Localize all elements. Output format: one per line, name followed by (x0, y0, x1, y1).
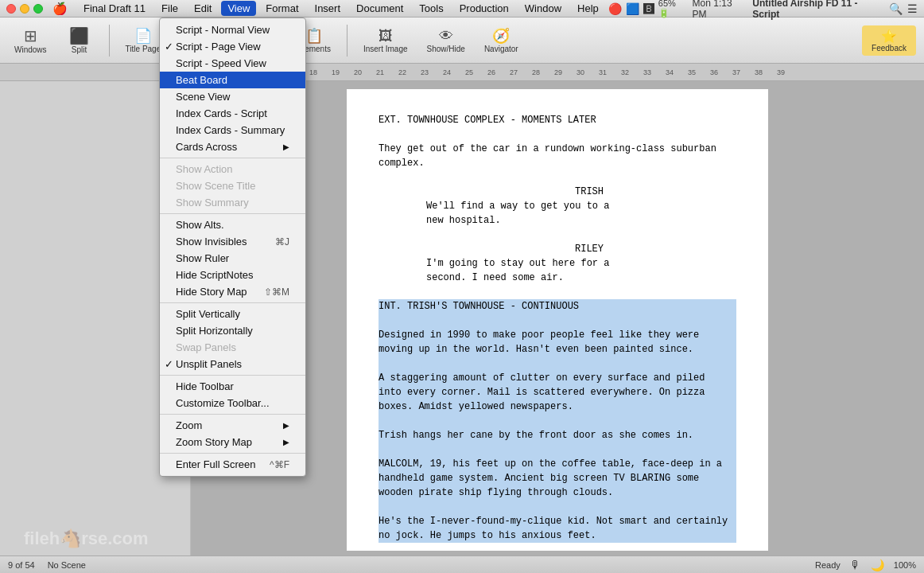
full-screen-shortcut: ^⌘F (270, 459, 289, 470)
clock: Mon 1:13 PM (693, 0, 748, 20)
menu-show-summary: Show Summary (160, 194, 305, 211)
menu-split-vertically[interactable]: Split Vertically (160, 306, 305, 322)
menu-script-page[interactable]: Script - Page View (160, 38, 305, 55)
menu-format[interactable]: Format (259, 1, 305, 16)
ruler-area: 1314151617181920212223242526272829303132… (0, 64, 924, 81)
toolbar-separator-1 (109, 25, 110, 57)
title-page-label: Title Page (126, 45, 161, 53)
menu-show-invisibles[interactable]: Show Invisibles ⌘J (160, 233, 305, 250)
toolbar-separator-2 (347, 25, 347, 57)
dialogue-riley: I'm going to stay out here for asecond. … (426, 256, 689, 285)
highlighted-section: INT. TRISH'S TOWNHOUSE - CONTINUOUS Desi… (379, 299, 736, 543)
ruler-mark: 20 (347, 68, 369, 76)
menu-insert[interactable]: Insert (309, 1, 347, 16)
scene-info: No Scene (48, 560, 86, 570)
mic-icon[interactable]: 🎙 (850, 559, 861, 571)
menu-show-scene-title-label: Show Scene Title (176, 180, 255, 192)
menu-swap-panels: Swap Panels (160, 339, 305, 356)
close-button[interactable] (6, 4, 16, 14)
menu-finaldraft[interactable]: Final Draft 11 (77, 1, 152, 16)
menu-hide-story-map-label: Hide Story Map (176, 286, 247, 298)
menubar-right: 🔴 🟦 🅱 65% 🔋 Mon 1:13 PM Untitled Airship… (608, 0, 918, 20)
menu-cards-across[interactable]: Cards Across ▶ (160, 138, 305, 155)
ready-status: Ready (815, 560, 841, 570)
split-button[interactable]: ⬛ Split (60, 23, 99, 57)
ruler-mark: 24 (436, 68, 458, 76)
windows-button[interactable]: ⊞ Windows (8, 23, 53, 57)
status-bar: 9 of 54 No Scene Ready 🎙 🌙 100% (0, 555, 924, 573)
menu-unsplit-panels[interactable]: Unsplit Panels (160, 356, 305, 372)
menu-view[interactable]: View (221, 1, 256, 16)
menu-beat-board[interactable]: Beat Board (160, 72, 305, 88)
moon-icon[interactable]: 🌙 (871, 559, 884, 571)
menu-window[interactable]: Window (518, 1, 568, 16)
ruler-mark: 23 (413, 68, 436, 76)
menu-hide-story-map[interactable]: Hide Story Map ⇧⌘M (160, 283, 305, 300)
insert-image-label: Insert Image (363, 45, 408, 53)
minimize-button[interactable] (20, 4, 29, 14)
menu-show-ruler[interactable]: Show Ruler (160, 250, 305, 267)
menu-zoom-label: Zoom (176, 419, 202, 431)
menu-scene-view-label: Scene View (176, 91, 230, 103)
menu-help[interactable]: Help (571, 1, 605, 16)
insert-image-button[interactable]: 🖼 Insert Image (357, 25, 414, 57)
menu-script-speed[interactable]: Script - Speed View (160, 55, 305, 72)
menu-sep-3 (160, 302, 305, 303)
list-icon[interactable]: ☰ (907, 2, 918, 15)
ruler-mark: 31 (592, 68, 614, 76)
zoom-level: 100% (894, 560, 916, 570)
menu-sep-6 (160, 453, 305, 454)
menu-customize-toolbar[interactable]: Customize Toolbar... (160, 395, 305, 411)
ruler-mark: 32 (614, 68, 636, 76)
dialogue-trish: We'll find a way to get you to anew hosp… (426, 199, 689, 228)
menu-hide-scriptnotes[interactable]: Hide ScriptNotes (160, 267, 305, 283)
menu-show-alts[interactable]: Show Alts. (160, 216, 305, 233)
zoom-button[interactable] (33, 4, 43, 14)
menu-cards-across-label: Cards Across (176, 141, 237, 153)
navigator-button[interactable]: 🧭 Navigator (478, 24, 525, 57)
zoom-arrow: ▶ (283, 421, 289, 430)
menu-edit[interactable]: Edit (188, 1, 218, 16)
zoom-story-map-arrow: ▶ (283, 438, 289, 446)
show-hide-icon: 👁 (439, 28, 453, 45)
split-icon: ⬛ (69, 26, 89, 45)
menu-enter-full-screen-label: Enter Full Screen (176, 458, 255, 470)
feedback-button[interactable]: ⭐ Feedback (862, 25, 916, 56)
menu-zoom[interactable]: Zoom ▶ (160, 417, 305, 434)
menu-tools[interactable]: Tools (413, 1, 449, 16)
menu-show-alts-label: Show Alts. (176, 219, 224, 231)
menu-split-horizontally[interactable]: Split Horizontally (160, 322, 305, 339)
ruler-mark: 21 (369, 68, 391, 76)
menu-show-action: Show Action (160, 161, 305, 177)
menu-show-summary-label: Show Summary (176, 197, 249, 209)
menu-file[interactable]: File (155, 1, 184, 16)
ruler-mark: 37 (725, 68, 747, 76)
menu-scene-view[interactable]: Scene View (160, 88, 305, 105)
menu-document[interactable]: Document (350, 1, 410, 16)
toolbar: ⊞ Windows ⬛ Split 📄 Title Page Scene Hea… (0, 18, 924, 64)
menu-beat-board-label: Beat Board (176, 74, 227, 86)
menu-zoom-story-map[interactable]: Zoom Story Map ▶ (160, 434, 305, 450)
apple-menu[interactable]: 🍎 (52, 2, 68, 16)
search-icon[interactable]: 🔍 (889, 2, 903, 15)
menu-show-invisibles-label: Show Invisibles (176, 236, 247, 248)
navigator-label: Navigator (484, 45, 518, 53)
cards-across-arrow: ▶ (283, 142, 289, 151)
ruler-mark: 34 (658, 68, 681, 76)
menu-enter-full-screen[interactable]: Enter Full Screen ^⌘F (160, 456, 305, 473)
menu-script-normal[interactable]: Script - Normal View (160, 21, 305, 38)
ruler-mark: 26 (480, 68, 503, 76)
hide-story-map-shortcut: ⇧⌘M (264, 286, 289, 298)
menu-index-cards-script[interactable]: Index Cards - Script (160, 105, 305, 122)
ruler-mark: 33 (636, 68, 658, 76)
action-line-2: Designed in 1990 to make poor people fee… (379, 328, 736, 357)
ruler-mark: 36 (703, 68, 725, 76)
menu-production[interactable]: Production (453, 1, 515, 16)
split-label: Split (72, 45, 87, 54)
menu-index-cards-summary[interactable]: Index Cards - Summary (160, 122, 305, 138)
menu-unsplit-panels-label: Unsplit Panels (176, 358, 242, 370)
menu-hide-toolbar[interactable]: Hide Toolbar (160, 378, 305, 395)
elements-icon: 📋 (305, 27, 323, 45)
scene-line-2: INT. TRISH'S TOWNHOUSE - CONTINUOUS (379, 299, 736, 314)
show-hide-button[interactable]: 👁 Show/Hide (421, 25, 472, 57)
